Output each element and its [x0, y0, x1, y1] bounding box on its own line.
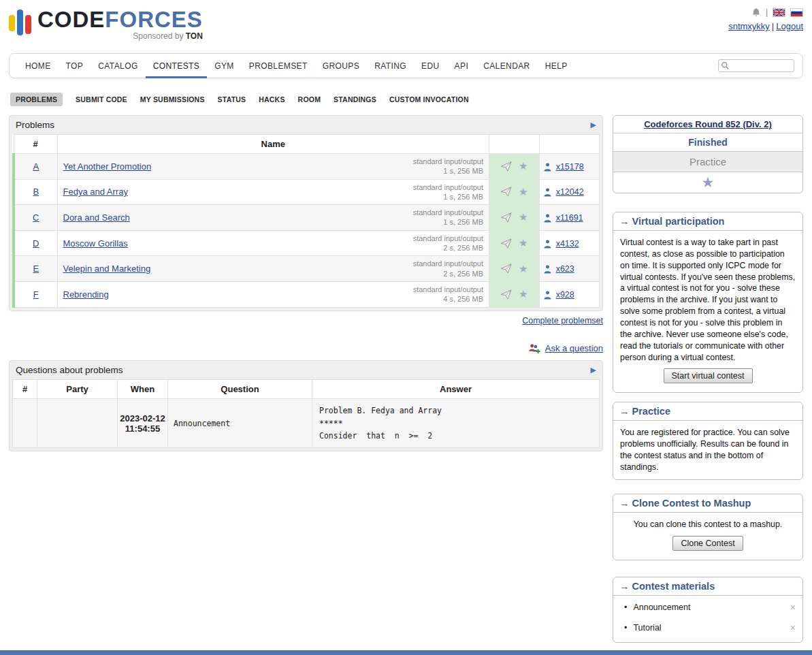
virtual-participation-body: Virtual contest is a way to take part in…	[613, 231, 802, 392]
problem-name-link[interactable]: Fedya and Array	[63, 187, 128, 197]
nav-item-rating[interactable]: RATING	[367, 54, 414, 78]
solved-count-cell: x11691	[540, 205, 600, 231]
sidebar: Codeforces Round 852 (Div. 2) Finished P…	[613, 115, 803, 643]
contest-title-link[interactable]: Codeforces Round 852 (Div. 2)	[644, 119, 772, 129]
close-icon[interactable]: ×	[789, 602, 797, 613]
subnav-room[interactable]: ROOM	[298, 93, 321, 106]
ask-question-link[interactable]: Ask a question	[545, 343, 603, 353]
expand-arrow-icon[interactable]: ▶	[591, 366, 596, 374]
nav-item-edu[interactable]: EDU	[414, 54, 447, 78]
notifications-bell-icon[interactable]	[751, 7, 761, 17]
solved-count-link[interactable]: x11691	[556, 213, 583, 223]
problem-row-e: E Velepin and Marketing standard input/o…	[14, 256, 600, 282]
submit-plane-icon[interactable]	[500, 187, 512, 197]
submit-plane-icon[interactable]	[500, 289, 512, 300]
start-virtual-contest-button[interactable]: Start virtual contest	[664, 368, 753, 383]
problem-letter-link[interactable]: E	[33, 263, 39, 274]
problem-name-link[interactable]: Moscow Gorillas	[63, 238, 128, 249]
subnav-status[interactable]: STATUS	[218, 93, 246, 106]
logo-text-forces: FORCES	[105, 7, 203, 32]
problem-letter-link[interactable]: D	[33, 238, 39, 249]
codeforces-logo[interactable]	[9, 8, 37, 35]
clone-contest-button[interactable]: Clone Contest	[672, 536, 743, 551]
problem-name-link[interactable]: Velepin and Marketing	[63, 263, 151, 274]
expand-arrow-icon[interactable]: ▶	[591, 121, 596, 129]
nav-item-api[interactable]: API	[447, 54, 476, 78]
favorite-star-icon[interactable]: ★	[519, 186, 527, 197]
practice-caption: → Practice	[613, 402, 802, 421]
favorite-star-icon[interactable]: ★	[519, 288, 527, 300]
solved-person-icon	[544, 163, 551, 172]
solved-count-link[interactable]: x15178	[556, 162, 584, 172]
col-header-when: When	[118, 380, 168, 399]
questions-header-row: # Party When Question Answer	[13, 380, 600, 399]
problem-letter-cell: D	[14, 230, 57, 256]
flag-english-icon[interactable]	[773, 8, 785, 17]
favorite-star-icon[interactable]: ★	[519, 211, 527, 223]
nav-item-help[interactable]: HELP	[538, 54, 575, 78]
problem-letter-cell: A	[14, 154, 57, 180]
solved-count-link[interactable]: x4132	[556, 239, 579, 249]
submit-plane-icon[interactable]	[500, 263, 512, 274]
subnav-standings[interactable]: STANDINGS	[334, 93, 376, 106]
problem-name-link[interactable]: Yet Another Promotion	[63, 161, 152, 172]
problem-letter-link[interactable]: C	[33, 212, 39, 223]
solved-count-link[interactable]: x12042	[556, 187, 584, 197]
material-announcement-link[interactable]: Announcement	[633, 603, 788, 612]
questions-caption: Questions about problems	[16, 365, 123, 375]
nav-item-groups[interactable]: GROUPS	[315, 54, 367, 78]
problem-row-f: F Rebrending standard input/output 4 s, …	[14, 281, 600, 307]
col-header-party: Party	[37, 380, 118, 399]
problem-row-c: C Dora and Search standard input/output …	[14, 205, 600, 231]
favorite-star-icon[interactable]: ★	[519, 263, 527, 274]
solved-count-cell: x15178	[540, 154, 600, 180]
username-link[interactable]: sntmxykky	[728, 21, 770, 31]
problem-letter-link[interactable]: F	[33, 289, 39, 300]
subnav-custom-invocation[interactable]: CUSTOM INVOCATION	[389, 93, 469, 106]
contest-status: Finished	[613, 133, 802, 152]
col-header-answer: Answer	[312, 380, 600, 399]
solved-count-link[interactable]: x928	[556, 290, 574, 300]
submit-plane-icon[interactable]	[500, 238, 512, 249]
logout-link[interactable]: Logout	[776, 21, 803, 31]
solved-count-cell: x928	[540, 281, 600, 307]
solved-count-cell: x623	[540, 256, 600, 282]
solved-count-link[interactable]: x623	[556, 264, 574, 274]
contest-favorite-star-icon[interactable]: ★	[702, 174, 715, 190]
problem-limits: standard input/output 1 s, 256 MB	[413, 157, 483, 176]
complete-problemset-link[interactable]: Complete problemset	[522, 316, 603, 325]
problems-header-row: # Name	[14, 135, 600, 154]
nav-item-calendar[interactable]: CALENDAR	[476, 54, 538, 78]
nav-item-top[interactable]: TOP	[59, 54, 91, 78]
codeforces-logo-text[interactable]: CODEFORCES	[37, 7, 203, 32]
close-icon[interactable]: ×	[789, 622, 797, 633]
sponsored-by-line: Sponsored by TON	[37, 31, 203, 41]
ask-question-people-icon	[528, 343, 540, 354]
problem-letter-link[interactable]: B	[33, 187, 39, 197]
problem-name-link[interactable]: Dora and Search	[63, 212, 130, 223]
problem-letter-link[interactable]: A	[33, 161, 39, 172]
nav-item-gym[interactable]: GYM	[207, 54, 242, 78]
submit-plane-icon[interactable]	[500, 212, 512, 223]
problem-letter-cell: F	[14, 281, 57, 307]
material-tutorial-link[interactable]: Tutorial	[633, 623, 788, 633]
submit-plane-icon[interactable]	[500, 161, 512, 172]
questions-datatable: Questions about problems ▶ # Party When …	[9, 360, 603, 451]
solved-person-icon	[544, 214, 551, 223]
flag-russian-icon[interactable]	[790, 8, 803, 17]
subnav-problems[interactable]: PROBLEMS	[10, 93, 63, 106]
nav-item-problemset[interactable]: PROBLEMSET	[242, 54, 315, 78]
problem-name-link[interactable]: Rebrending	[63, 289, 109, 300]
nav-item-home[interactable]: HOME	[18, 54, 59, 78]
problem-row-d: D Moscow Gorillas standard input/output …	[14, 230, 600, 256]
subnav-hacks[interactable]: HACKS	[259, 93, 285, 106]
favorite-star-icon[interactable]: ★	[519, 160, 527, 172]
subnav-my-submissions[interactable]: MY SUBMISSIONS	[140, 93, 205, 106]
subnav-submit-code[interactable]: SUBMIT CODE	[76, 93, 127, 106]
problem-name-cell: Dora and Search standard input/output 1 …	[57, 205, 489, 231]
solved-count-cell: x4132	[540, 230, 600, 256]
favorite-star-icon[interactable]: ★	[519, 237, 527, 249]
nav-item-catalog[interactable]: CATALOG	[91, 54, 145, 78]
problem-actions-cell: ★	[489, 154, 540, 180]
nav-item-contests[interactable]: CONTESTS	[146, 54, 208, 78]
